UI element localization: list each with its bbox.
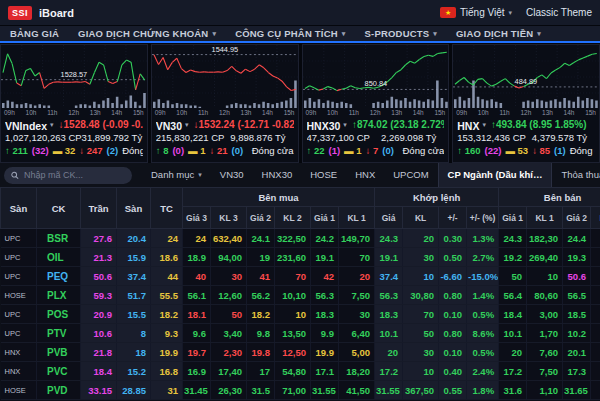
price-cell[interactable]: 3,40 — [211, 324, 247, 343]
price-cell[interactable]: 18.2 — [247, 305, 275, 324]
price-cell[interactable]: 56.1 — [183, 286, 211, 305]
nav-item-s-products[interactable]: S-PRODUCTS▾ — [364, 28, 437, 39]
ticker-cell[interactable]: PVC — [37, 362, 81, 381]
price-cell[interactable]: 40 — [183, 267, 211, 286]
ticker-cell[interactable]: PTV — [37, 324, 81, 343]
price-cell[interactable]: 149,70 — [339, 229, 375, 248]
symbol-search[interactable] — [4, 167, 132, 184]
price-cell[interactable]: 1,10 — [527, 381, 563, 400]
price-cell[interactable]: 19 — [247, 248, 275, 267]
index-selector[interactable]: HNX — [457, 118, 479, 131]
nav-item-b-ng-gi-[interactable]: BẢNG GIÁ — [10, 28, 59, 39]
match-cell[interactable]: 0.55 — [439, 381, 467, 400]
tab-danh-m-c[interactable]: Danh mục▾ — [142, 163, 211, 187]
price-cell[interactable]: 7,60 — [527, 343, 563, 362]
price-cell[interactable]: 2,30 — [211, 343, 247, 362]
price-cell[interactable]: 56.5 — [563, 286, 591, 305]
price-cell[interactable]: 17 — [247, 362, 275, 381]
tab-vn30[interactable]: VN30 — [211, 163, 253, 187]
price-cell[interactable]: 41,50 — [339, 381, 375, 400]
price-cell[interactable] — [591, 362, 600, 381]
price-cell[interactable]: 12,60 — [211, 286, 247, 305]
match-cell[interactable]: 367,50 — [403, 381, 439, 400]
match-cell[interactable]: 2.7% — [467, 248, 499, 267]
price-cell[interactable]: 18.1 — [183, 305, 211, 324]
price-cell[interactable]: 20 — [499, 343, 527, 362]
price-cell[interactable]: 7,50 — [339, 286, 375, 305]
price-cell[interactable]: 19.2 — [499, 248, 527, 267]
price-cell[interactable]: 9.8 — [247, 324, 275, 343]
price-cell[interactable]: 17.3 — [563, 362, 591, 381]
price-cell[interactable]: 18.3 — [311, 305, 339, 324]
price-cell[interactable]: 1,70 — [527, 324, 563, 343]
ticker-cell[interactable]: OIL — [37, 248, 81, 267]
match-cell[interactable]: 30 — [403, 343, 439, 362]
price-cell[interactable]: 56.3 — [311, 286, 339, 305]
match-cell[interactable]: 10 — [403, 362, 439, 381]
price-cell[interactable]: 10,10 — [275, 286, 311, 305]
match-cell[interactable]: 19.1 — [375, 248, 403, 267]
match-cell[interactable]: 37.4 — [375, 267, 403, 286]
tab-th-a-thu-n[interactable]: Thỏa thuận▾ — [552, 163, 600, 187]
match-cell[interactable]: 10 — [403, 267, 439, 286]
price-cell[interactable]: 18.4 — [499, 305, 527, 324]
match-cell[interactable]: 10.1 — [375, 324, 403, 343]
price-cell[interactable]: 26,30 — [211, 381, 247, 400]
price-cell[interactable]: 19.8 — [247, 343, 275, 362]
ticker-cell[interactable]: PVD — [37, 381, 81, 400]
price-cell[interactable]: 31.65 — [563, 381, 591, 400]
price-cell[interactable]: 10 — [527, 267, 563, 286]
match-cell[interactable]: 0.80 — [439, 324, 467, 343]
price-cell[interactable]: 269,40 — [527, 248, 563, 267]
price-cell[interactable]: 31.45 — [183, 381, 211, 400]
match-cell[interactable]: 1.4% — [467, 286, 499, 305]
price-cell[interactable]: 6,40 — [339, 324, 375, 343]
price-cell[interactable]: 30 — [339, 305, 375, 324]
price-cell[interactable]: 13,50 — [275, 324, 311, 343]
price-cell[interactable]: 231,60 — [275, 248, 311, 267]
price-cell[interactable]: 30 — [211, 267, 247, 286]
match-cell[interactable]: 30 — [403, 248, 439, 267]
nav-item-giao-d-ch-ch-ng-kho-n[interactable]: GIAO DỊCH CHỨNG KHOÁN▾ — [78, 28, 216, 39]
price-cell[interactable]: 24 — [183, 229, 211, 248]
price-cell[interactable]: 71,00 — [275, 381, 311, 400]
tab-upcom[interactable]: UPCOM — [384, 163, 437, 187]
match-cell[interactable]: -15.0% — [467, 267, 499, 286]
price-cell[interactable]: 31.55 — [311, 381, 339, 400]
nav-item-c-ng-c-ph-n-t-ch[interactable]: CÔNG CỤ PHÂN TÍCH▾ — [235, 28, 345, 39]
tab-hnx30[interactable]: HNX30 — [253, 163, 302, 187]
match-cell[interactable]: 8.6% — [467, 324, 499, 343]
price-cell[interactable]: 18.9 — [183, 248, 211, 267]
price-cell[interactable]: 94,00 — [211, 248, 247, 267]
table-row-ptv[interactable]: UPCPTV10.689.39.63,409.813,509.96,4010.1… — [1, 324, 600, 343]
price-cell[interactable]: 182,30 — [527, 229, 563, 248]
price-cell[interactable]: 10 — [275, 305, 311, 324]
nav-item-giao-d-ch-ti-n[interactable]: GIAO DỊCH TIỀN▾ — [456, 28, 541, 39]
tab-hnx[interactable]: HNX — [346, 163, 384, 187]
price-cell[interactable]: 70 — [275, 267, 311, 286]
ticker-cell[interactable]: BSR — [37, 229, 81, 248]
match-cell[interactable]: 50 — [403, 324, 439, 343]
price-cell[interactable]: 9.6 — [183, 324, 211, 343]
price-cell[interactable]: 20.1 — [563, 343, 591, 362]
price-cell[interactable]: 24.3 — [499, 229, 527, 248]
price-cell[interactable]: 17.1 — [311, 362, 339, 381]
price-cell[interactable]: 12,50 — [275, 343, 311, 362]
match-cell[interactable]: 1.8% — [467, 381, 499, 400]
price-cell[interactable]: 3,00 — [527, 305, 563, 324]
table-row-pvc[interactable]: HNXPVC18.415.216.816.917,401754,8017.118… — [1, 362, 600, 381]
match-cell[interactable]: 56.3 — [375, 286, 403, 305]
table-row-bsr[interactable]: UPCBSR27.620.42424632,4024.1322,5024.214… — [1, 229, 600, 248]
match-cell[interactable]: 2.4% — [467, 362, 499, 381]
price-cell[interactable] — [591, 324, 600, 343]
table-row-pvb[interactable]: HNXPVB21.81819.919.72,3019.812,5019.95,0… — [1, 343, 600, 362]
price-cell[interactable]: 19.3 — [563, 248, 591, 267]
price-cell[interactable]: 7,50 — [527, 362, 563, 381]
price-cell[interactable] — [591, 229, 600, 248]
table-row-pvd[interactable]: HOSEPVD33.1528.853131.4526,3031.571,0031… — [1, 381, 600, 400]
price-cell[interactable]: 17,40 — [211, 362, 247, 381]
match-cell[interactable]: 0.10 — [439, 305, 467, 324]
price-cell[interactable]: 9.9 — [311, 324, 339, 343]
price-cell[interactable]: 10.1 — [499, 324, 527, 343]
price-cell[interactable]: 17.2 — [499, 362, 527, 381]
